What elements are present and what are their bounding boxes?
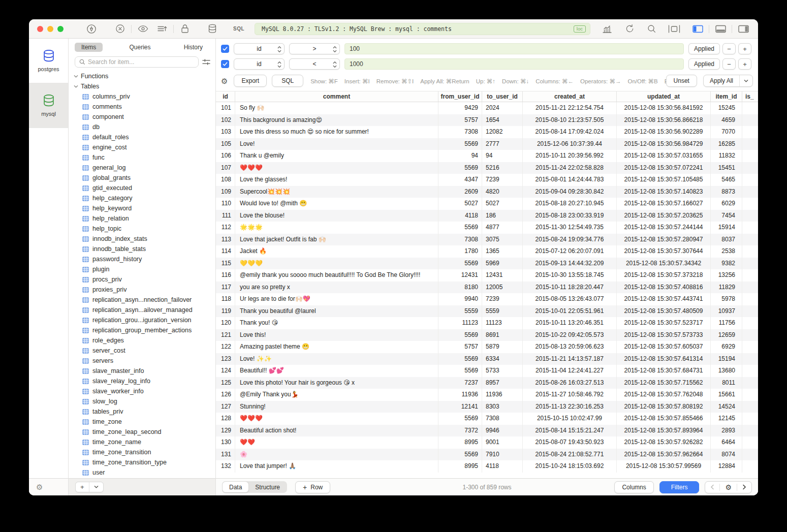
sidebar-table-slave_worker_info[interactable]: slave_worker_info xyxy=(69,386,215,396)
cell-to_user_id[interactable]: 7239 xyxy=(482,293,523,305)
cell-is_[interactable] xyxy=(742,210,758,222)
cell-created_at[interactable]: 2015-10-01 22:05:51.961 xyxy=(523,305,617,318)
cell-updated_at[interactable]: 2015-12-08 15:30:57.641314 xyxy=(617,353,711,365)
cell-from_user_id[interactable]: 1780 xyxy=(438,245,482,258)
sidebar-table-proxies_priv[interactable]: proxies_priv xyxy=(69,285,215,295)
cell-from_user_id[interactable]: 5569 xyxy=(438,258,482,270)
sidebar-table-columns_priv[interactable]: columns_priv xyxy=(69,91,215,102)
cell-comment[interactable]: Beautiful!! 💕💕 xyxy=(235,365,438,377)
cell-created_at[interactable]: 2015-08-14 15:15:21.247 xyxy=(523,425,617,437)
cell-id[interactable]: 127 xyxy=(216,401,235,413)
cell-from_user_id[interactable]: 12431 xyxy=(438,269,482,281)
cell-created_at[interactable]: 2015-08-07 19:43:50.923 xyxy=(523,436,617,449)
cell-from_user_id[interactable]: 5569 xyxy=(438,353,482,365)
sidebar-table-role_edges[interactable]: role_edges xyxy=(69,335,215,346)
cell-id[interactable]: 111 xyxy=(216,210,235,222)
cell-comment[interactable]: So fly 🙌🏻 xyxy=(235,102,438,114)
cell-from_user_id[interactable]: 9940 xyxy=(438,293,482,305)
filter-enabled-checkbox[interactable] xyxy=(221,45,229,53)
cell-id[interactable]: 114 xyxy=(216,245,235,258)
cell-updated_at[interactable]: 2015-12-08 15:30:57.203625 xyxy=(617,210,711,222)
table-row[interactable]: 102This background is amazing😍5757165420… xyxy=(216,114,758,127)
cell-item_id[interactable]: 14524 xyxy=(711,401,742,413)
left-panel-toggle-icon[interactable] xyxy=(688,23,707,35)
cell-is_[interactable] xyxy=(742,365,758,377)
filter-value-input[interactable]: 100 xyxy=(344,43,684,54)
cell-to_user_id[interactable]: 4877 xyxy=(482,222,523,234)
cell-id[interactable]: 122 xyxy=(216,341,235,353)
cell-comment[interactable]: Would love to! @mith 😬 xyxy=(235,198,438,210)
cell-from_user_id[interactable]: 4118 xyxy=(438,210,482,222)
cell-id[interactable]: 110 xyxy=(216,198,235,210)
cell-id[interactable]: 120 xyxy=(216,317,235,329)
table-row[interactable]: 110Would love to! @mith 😬502750272015-08… xyxy=(216,198,758,210)
cell-created_at[interactable]: 2015-11-04 12:24:41.227 xyxy=(523,365,617,377)
sidebar-table-comments[interactable]: comments xyxy=(69,102,215,112)
cell-comment[interactable]: 💛💛💛 xyxy=(235,258,438,270)
cell-id[interactable]: 101 xyxy=(216,102,235,114)
sidebar-table-help_topic[interactable]: help_topic xyxy=(69,224,215,234)
cell-to_user_id[interactable]: 5027 xyxy=(482,198,523,210)
cell-id[interactable]: 126 xyxy=(216,389,235,401)
cell-comment[interactable]: Ur legs are to die for🙌🏻💖 xyxy=(235,293,438,305)
cell-is_[interactable] xyxy=(742,317,758,329)
cell-created_at[interactable]: 2015-10-30 13:55:18.745 xyxy=(523,269,617,281)
cell-item_id[interactable]: 10937 xyxy=(711,305,742,318)
cell-updated_at[interactable]: 2015-12-08 15:30:57.166027 xyxy=(617,198,711,210)
cell-updated_at[interactable]: 2015-12-08 15:30:57.373218 xyxy=(617,269,711,281)
cell-to_user_id[interactable]: 6334 xyxy=(482,353,523,365)
cell-id[interactable]: 129 xyxy=(216,425,235,437)
add-filter-button[interactable]: + xyxy=(738,43,751,54)
disconnect-icon[interactable] xyxy=(110,23,130,35)
cell-updated_at[interactable]: 2015-12-08 15:30:57.926282 xyxy=(617,436,711,449)
cell-is_[interactable] xyxy=(742,436,758,449)
cell-id[interactable]: 105 xyxy=(216,138,235,150)
sidebar-table-replication_asyn...ailover_managed[interactable]: replication_asyn...ailover_managed xyxy=(69,305,215,315)
cell-comment[interactable]: Love! ✨✨ xyxy=(235,353,438,365)
cell-is_[interactable] xyxy=(742,425,758,437)
zoom-window-button[interactable] xyxy=(57,26,64,32)
remove-filter-button[interactable]: − xyxy=(722,43,736,54)
filter-operator-select[interactable]: > xyxy=(289,43,340,54)
cell-updated_at[interactable]: 2015-12-08 15:30:56.866218 xyxy=(617,114,711,127)
database-icon[interactable] xyxy=(203,23,222,35)
cell-is_[interactable] xyxy=(742,162,758,174)
cell-to_user_id[interactable]: 5559 xyxy=(482,305,523,318)
cell-item_id[interactable]: 11832 xyxy=(711,150,742,162)
table-row[interactable]: 101So fly 🙌🏻942920242015-11-21 22:12:54.… xyxy=(216,102,758,114)
cell-to_user_id[interactable]: 2777 xyxy=(482,138,523,150)
search-input[interactable] xyxy=(88,58,194,66)
cell-comment[interactable]: Supercool💥💥💥 xyxy=(235,186,438,198)
table-row[interactable]: 126@Emily Thank you💃11936119362015-11-27… xyxy=(216,389,758,401)
table-row[interactable]: 125Love this photo! Your hair is gorgeou… xyxy=(216,377,758,389)
cell-id[interactable]: 106 xyxy=(216,150,235,162)
cell-comment[interactable]: Stunning! xyxy=(235,401,438,413)
preview-eye-icon[interactable] xyxy=(133,23,152,35)
prev-page-button[interactable] xyxy=(705,482,719,493)
export-button[interactable]: Export xyxy=(234,75,267,87)
filter-applied-button[interactable]: Applied xyxy=(688,43,720,54)
cell-id[interactable]: 118 xyxy=(216,293,235,305)
cell-from_user_id[interactable]: 7308 xyxy=(438,126,482,138)
table-row[interactable]: 127Stunning!1214183032015-11-13 22:30:16… xyxy=(216,401,758,413)
cell-comment[interactable]: @emily thank you soooo much beautiful!!!… xyxy=(235,269,438,281)
section-tables[interactable]: Tables xyxy=(69,81,215,91)
cell-comment[interactable]: Love that jumper! 🙏🏽 xyxy=(235,460,438,473)
cell-updated_at[interactable]: 2015-12-08 15:30:57.684731 xyxy=(617,365,711,377)
cell-is_[interactable] xyxy=(742,245,758,258)
cell-item_id[interactable]: 9382 xyxy=(711,258,742,270)
cell-id[interactable]: 113 xyxy=(216,234,235,246)
cell-item_id[interactable]: 6464 xyxy=(711,436,742,449)
cell-is_[interactable] xyxy=(742,305,758,318)
cell-item_id[interactable]: 5465 xyxy=(711,174,742,186)
table-row[interactable]: 116@emily thank you soooo much beautiful… xyxy=(216,269,758,281)
cell-comment[interactable]: you are so pretty x xyxy=(235,281,438,294)
cell-created_at[interactable]: 2015-09-04 09:28:30.842 xyxy=(523,186,617,198)
sidebar-table-general_log[interactable]: general_log xyxy=(69,163,215,173)
table-row[interactable]: 121Love this!556986912015-10-22 09:42:05… xyxy=(216,329,758,341)
cell-created_at[interactable]: 2015-08-05 13:26:43.077 xyxy=(523,293,617,305)
cell-updated_at[interactable]: 2015-12-08 15:30:57.244144 xyxy=(617,222,711,234)
cell-is_[interactable] xyxy=(742,186,758,198)
sidebar-table-procs_priv[interactable]: procs_priv xyxy=(69,274,215,285)
cell-created_at[interactable]: 2015-10-15 10:02:47.99 xyxy=(523,413,617,425)
